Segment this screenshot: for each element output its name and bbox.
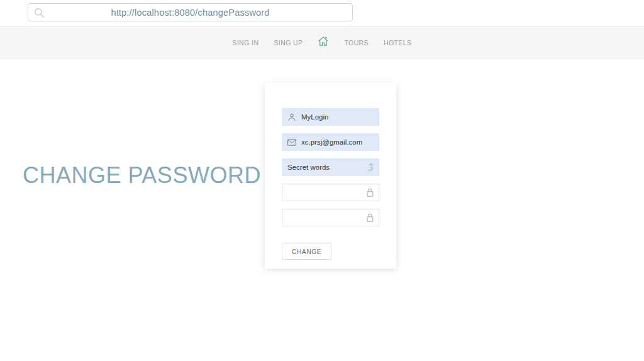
page-title: CHANGE PASSWORD bbox=[23, 162, 261, 189]
change-submit-button[interactable]: CHANGE bbox=[282, 243, 331, 260]
confirm-password-input[interactable] bbox=[282, 209, 379, 226]
confirm-password-field[interactable] bbox=[282, 209, 379, 226]
secret-words-field[interactable] bbox=[282, 158, 379, 176]
login-field[interactable] bbox=[282, 108, 379, 126]
address-bar[interactable]: http://localhost:8080/changePassword bbox=[28, 3, 353, 21]
nav-item-sign-up[interactable]: SING UP bbox=[274, 39, 303, 47]
new-password-field[interactable] bbox=[282, 184, 379, 201]
extension-addon-icon[interactable] bbox=[367, 163, 374, 172]
lock-icon bbox=[366, 188, 374, 197]
home-icon bbox=[318, 36, 329, 49]
email-field[interactable] bbox=[282, 133, 379, 151]
secret-words-input[interactable] bbox=[282, 159, 379, 175]
nav-item-sign-in[interactable]: SING IN bbox=[233, 39, 259, 47]
browser-top-strip: http://localhost:8080/changePassword bbox=[0, 0, 644, 26]
address-url-text[interactable]: http://localhost:8080/changePassword bbox=[28, 8, 352, 18]
new-password-input[interactable] bbox=[282, 184, 379, 201]
search-icon bbox=[33, 7, 45, 21]
nav-item-tours[interactable]: TOURS bbox=[344, 39, 369, 47]
nav-item-home[interactable] bbox=[318, 36, 329, 49]
main-navbar: SING IN SING UP TOURS HOTELS bbox=[0, 26, 644, 59]
email-input[interactable] bbox=[296, 134, 379, 150]
change-password-card: CHANGE bbox=[265, 83, 396, 269]
nav-item-hotels[interactable]: HOTELS bbox=[384, 39, 411, 47]
person-icon bbox=[287, 113, 296, 121]
envelope-icon bbox=[287, 139, 296, 146]
login-input[interactable] bbox=[296, 109, 379, 125]
lock-icon bbox=[366, 213, 374, 223]
